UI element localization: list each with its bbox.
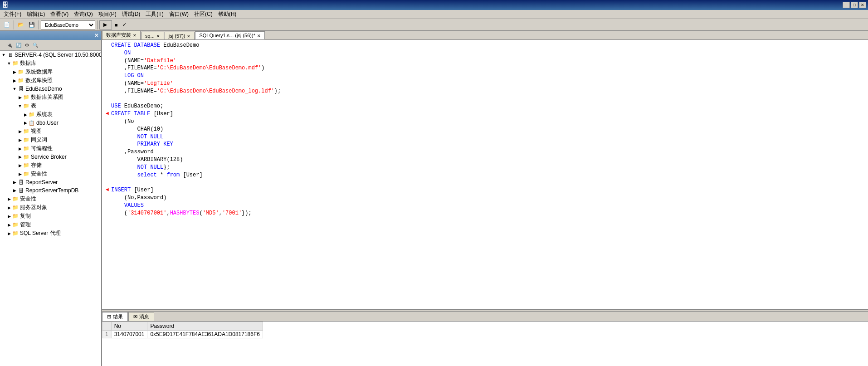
code-content: CHAR(10) [111,126,163,133]
tree-item-replication[interactable]: ▶📁复制 [0,212,101,220]
expand-icon-management[interactable]: ▶ [6,222,12,228]
tree-item-dbo-user[interactable]: ▶📋dbo.User [0,119,101,127]
expand-icon-server[interactable]: ▼ [1,52,6,58]
expand-icon-server-objects[interactable]: ▶ [6,205,12,210]
menu-item-w[interactable]: 窗口(W) [166,10,191,19]
expand-icon-programmability[interactable]: ▶ [17,146,23,151]
oe-filter-button[interactable]: ⚙ [24,42,30,49]
oe-disconnect-button[interactable]: 🔌 [5,42,14,49]
expand-icon-report-server-temp[interactable]: ▶ [12,188,17,193]
folder-icon: 📁 [17,77,24,84]
expand-icon-system-dbs[interactable]: ▶ [12,69,17,75]
parse-button[interactable]: ✓ [121,20,128,30]
code-line: NOT NULL [106,133,864,141]
tree-item-security[interactable]: ▶📁安全性 [0,170,101,178]
tree-item-programmability[interactable]: ▶📁可编程性 [0,144,101,153]
tab-tab-sq[interactable]: sq...✕ [141,32,164,39]
expand-icon-dbo-user[interactable]: ▶ [23,120,28,126]
tree-item-storage[interactable]: ▶📁存储 [0,161,101,170]
toolbar-btn-open[interactable]: 📂 [16,20,26,30]
str-token: 'Logfile' [144,80,173,87]
db-icon: 🗄 [17,187,24,194]
tab-close-tab-jsj57[interactable]: ✕ [187,34,190,39]
cell-password: 0x5E9D17E41F784AE361ADA1D0817186F6 [147,331,263,338]
tab-close-tab-query1[interactable]: ✕ [257,34,261,38]
execute-icon: ▶ [103,22,107,28]
tree-item-server-objects[interactable]: ▶📁服务器对象 [0,203,101,212]
server-icon: 🖥 [6,51,14,59]
tree-item-server[interactable]: ▼🖥SERVER-4 (SQL Server 10.50.8000 - jsj) [0,51,101,59]
expand-icon-system-tables[interactable]: ▶ [23,112,28,117]
tree-item-edubasedemo[interactable]: ▼🗄EduBaseDemo [0,85,101,93]
oe-search-button[interactable]: 🔍 [31,42,39,49]
expand-icon-views[interactable]: ▶ [17,129,23,134]
plain-token: , [166,210,170,216]
expand-icon-tables[interactable]: ▼ [17,103,23,109]
expand-icon-edubasedemo[interactable]: ▼ [12,86,17,92]
code-content: USE EduBaseDemo; [111,102,163,110]
results-tab-messages[interactable]: ✉消息 [128,312,154,321]
expand-icon-db-diagrams[interactable]: ▶ [17,95,23,100]
menu-item-q[interactable]: 查询(Q) [71,10,95,19]
plain-token: ,Password [111,149,154,155]
tree-item-report-server[interactable]: ▶🗄ReportServer [0,178,101,186]
menu-item-f[interactable]: 文件(F) [1,10,24,19]
database-dropdown[interactable]: EduBaseDemo [41,20,95,29]
code-line: NOT NULL}; [106,164,864,171]
tab-close-tab-install[interactable]: ✕ [133,33,137,38]
expand-icon-sql-agent[interactable]: ▶ [6,231,12,236]
plain-token: (NAME= [111,58,144,64]
tree-item-security2[interactable]: ▶📁安全性 [0,195,101,203]
tree-item-db-diagrams[interactable]: ▶📁数据库关系图 [0,93,101,102]
execute-button[interactable]: ▶ [99,20,112,29]
toolbar-btn-save[interactable]: 💾 [27,20,37,30]
tab-tab-install[interactable]: 数据库安装✕ [102,31,141,39]
tree-item-synonyms[interactable]: ▶📁同义词 [0,136,101,144]
stop-button[interactable]: ■ [113,20,120,30]
minimize-button[interactable]: _ [843,2,850,8]
tree-item-service-broker[interactable]: ▶📁Service Broker [0,153,101,161]
tree-item-system-dbs[interactable]: ▶📁系统数据库 [0,68,101,76]
oe-connect-button[interactable] [2,44,5,46]
menu-item-p[interactable]: 项目(P) [96,10,119,19]
expand-icon-databases[interactable]: ▼ [6,61,12,66]
tree-item-management[interactable]: ▶📁管理 [0,220,101,229]
tree-item-views[interactable]: ▶📁视图 [0,127,101,136]
tree-item-db-snapshots[interactable]: ▶📁数据库快照 [0,76,101,85]
line-marker [106,164,111,171]
close-oe-icon[interactable]: ✕ [94,33,98,39]
expand-icon-db-snapshots[interactable]: ▶ [12,78,17,83]
tab-tab-query1[interactable]: SQLQuery1.s... (jsj (56))*✕ [195,31,264,39]
expand-icon-synonyms[interactable]: ▶ [17,137,23,143]
expand-icon-report-server[interactable]: ▶ [12,180,17,185]
menu-item-c[interactable]: 社区(C) [191,10,215,19]
menu-item-t[interactable]: 工具(T) [143,10,166,19]
tree-item-sql-agent[interactable]: ▶📁SQL Server 代理 [0,229,101,238]
oe-refresh-button[interactable]: 🔄 [15,42,23,49]
results-tab-results[interactable]: ⊞结果 [102,312,128,321]
tree-item-report-server-temp[interactable]: ▶🗄ReportServerTempDB [0,186,101,195]
close-button[interactable]: ✕ [859,2,866,8]
code-content: PRIMARY KEY [111,141,173,148]
folder-icon: 📁 [23,102,30,110]
expand-icon-security[interactable]: ▶ [17,171,23,177]
expand-icon-security2[interactable]: ▶ [6,196,12,202]
tree-item-tables[interactable]: ▼📁表 [0,102,101,110]
plain-token: }; [163,164,170,171]
menu-item-e[interactable]: 编辑(E) [24,10,48,19]
tab-tab-jsj57[interactable]: jsj (57))✕ [165,32,195,39]
expand-icon-storage[interactable]: ▶ [17,163,23,168]
new-query-button[interactable]: 📄 [2,20,12,30]
maximize-button[interactable]: □ [851,2,858,8]
tree-item-system-tables[interactable]: ▶📁系统表 [0,110,101,119]
plain-token: CHAR(10) [111,126,163,132]
line-marker [106,194,111,202]
tree-item-databases[interactable]: ▼📁数据库 [0,59,101,68]
menu-item-d[interactable]: 调试(D) [119,10,143,19]
tab-close-tab-sq[interactable]: ✕ [156,34,160,39]
expand-icon-replication[interactable]: ▶ [6,214,12,219]
menu-item-h[interactable]: 帮助(H) [215,10,239,19]
menu-item-v[interactable]: 查看(V) [48,10,71,19]
expand-icon-service-broker[interactable]: ▶ [17,154,23,160]
sql-editor[interactable]: CREATE DATABASE EduBaseDemo ON (NAME='Da… [102,40,868,310]
